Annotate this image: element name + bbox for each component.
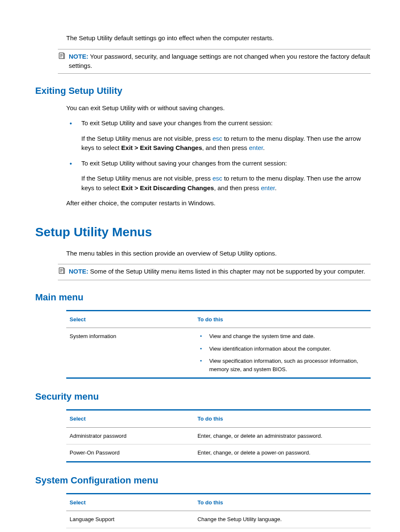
th-select: Select xyxy=(66,410,194,428)
cell-select: Virtualization Technology (select models… xyxy=(66,528,194,532)
th-select: Select xyxy=(66,493,194,511)
th-select: Select xyxy=(66,310,194,328)
text: . xyxy=(275,184,277,191)
menu-path: Exit > Exit Saving Changes xyxy=(121,144,202,151)
th-todo: To do this xyxy=(194,410,371,428)
cell-todo: Enter, change, or delete an administrato… xyxy=(194,427,371,444)
note-body: Your password, security, and language se… xyxy=(69,53,370,70)
cell-select: Power-On Password xyxy=(66,444,194,462)
exit-bullet-1-body: If the Setup Utility menus are not visib… xyxy=(81,134,371,153)
text: . xyxy=(263,144,265,151)
exit-bullet-list: To exit Setup Utility and save your chan… xyxy=(66,119,371,193)
cell-select: Language Support xyxy=(66,511,194,528)
exit-bullet-2-title: To exit Setup Utility without saving you… xyxy=(81,159,371,168)
th-todo: To do this xyxy=(194,310,371,328)
text: If the Setup Utility menus are not visib… xyxy=(81,175,213,182)
key-enter: enter xyxy=(249,144,263,151)
cell-todo: Change the Setup Utility language. xyxy=(194,511,371,528)
heading-exiting: Exiting Setup Utility xyxy=(35,84,371,98)
syscfg-menu-table: Select To do this Language Support Chang… xyxy=(66,493,371,532)
heading-main-menu: Main menu xyxy=(35,290,371,304)
key-enter: enter xyxy=(261,184,275,191)
intro-text: The Setup Utility default settings go in… xyxy=(66,34,371,43)
note-icon xyxy=(58,267,66,277)
key-esc: esc xyxy=(213,175,222,182)
text: , and then press xyxy=(214,184,261,191)
cell-todo: Enter, change, or delete a power-on pass… xyxy=(194,444,371,462)
key-esc: esc xyxy=(213,135,222,142)
exit-bullet-2: To exit Setup Utility without saving you… xyxy=(66,159,371,193)
cell-todo: Enable/disable the processor Virtualizat… xyxy=(194,528,371,532)
cell-select: System information xyxy=(66,328,194,378)
note-label: NOTE: xyxy=(69,53,88,60)
menu-path: Exit > Exit Discarding Changes xyxy=(121,184,214,191)
main-menu-table: Select To do this System information Vie… xyxy=(66,310,371,379)
th-todo: To do this xyxy=(194,493,371,511)
heading-security-menu: Security menu xyxy=(35,390,371,403)
exit-bullet-1-title: To exit Setup Utility and save your chan… xyxy=(81,119,371,128)
text: , and then press xyxy=(202,144,249,151)
menus-intro: The menu tables in this section provide … xyxy=(66,249,371,258)
list-item: View identification information about th… xyxy=(197,345,367,353)
note-label: NOTE: xyxy=(69,268,88,275)
exit-bullet-2-body: If the Setup Utility menus are not visib… xyxy=(81,174,371,193)
note-text: NOTE: Your password, security, and langu… xyxy=(69,52,371,71)
table-row: Virtualization Technology (select models… xyxy=(66,528,371,532)
exit-after: After either choice, the computer restar… xyxy=(66,199,371,208)
security-menu-table: Select To do this Administrator password… xyxy=(66,409,371,462)
table-row: Power-On Password Enter, change, or dele… xyxy=(66,444,371,462)
note-text: NOTE: Some of the Setup Utility menu ite… xyxy=(69,267,371,277)
note-box-2: NOTE: Some of the Setup Utility menu ite… xyxy=(58,264,371,280)
list-item: View specification information, such as … xyxy=(197,357,367,373)
table-row: System information View and change the s… xyxy=(66,328,371,378)
table-row: Administrator password Enter, change, or… xyxy=(66,427,371,444)
table-row: Language Support Change the Setup Utilit… xyxy=(66,511,371,528)
exit-intro: You can exit Setup Utility with or witho… xyxy=(66,103,371,113)
note-box-1: NOTE: Your password, security, and langu… xyxy=(58,49,371,74)
exit-bullet-1: To exit Setup Utility and save your chan… xyxy=(66,119,371,153)
list-item: View and change the system time and date… xyxy=(197,332,367,341)
heading-syscfg-menu: System Configuration menu xyxy=(35,473,371,487)
heading-menus: Setup Utility Menus xyxy=(35,222,371,241)
text: If the Setup Utility menus are not visib… xyxy=(81,135,213,142)
cell-select: Administrator password xyxy=(66,427,194,444)
note-body: Some of the Setup Utility menu items lis… xyxy=(90,268,365,275)
note-icon xyxy=(58,52,66,71)
cell-todo: View and change the system time and date… xyxy=(194,328,371,378)
